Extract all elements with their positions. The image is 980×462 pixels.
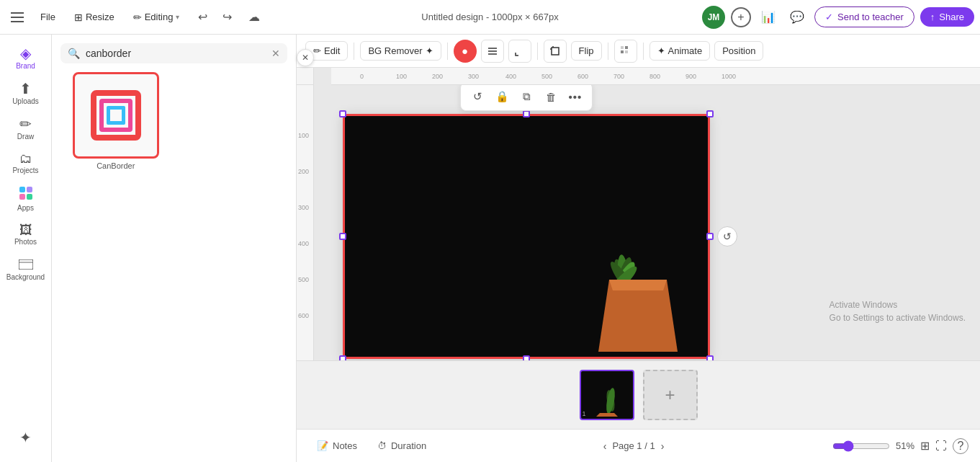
- sidebar-item-uploads[interactable]: ⬆ Uploads: [3, 76, 49, 111]
- svg-rect-1: [27, 187, 32, 192]
- toolbar-separator-2: [447, 43, 448, 60]
- toolbar-separator-4: [608, 43, 608, 60]
- undo-button[interactable]: ↩: [191, 6, 214, 29]
- magic-icon: ✦: [19, 430, 32, 445]
- editing-button[interactable]: ✏ Editing ▾: [126, 9, 187, 26]
- action-rotate-button[interactable]: ↺: [467, 86, 488, 107]
- sidebar: ◈ Brand ⬆ Uploads ✏ Draw 🗂 Projects: [0, 35, 52, 462]
- clear-search-button[interactable]: ✕: [271, 48, 280, 59]
- handle-ml[interactable]: [339, 233, 346, 240]
- flip-button[interactable]: Flip: [571, 41, 602, 61]
- plant-pot-svg: [598, 280, 678, 352]
- thumbnail-page-1[interactable]: 1: [580, 370, 634, 420]
- duration-button[interactable]: ⏱ Duration: [369, 437, 435, 455]
- add-collaborator-button[interactable]: +: [731, 7, 751, 27]
- svg-rect-9: [552, 48, 559, 55]
- analytics-button[interactable]: 📊: [757, 6, 780, 29]
- photos-icon: 🖼: [19, 223, 32, 236]
- plant-leaves-svg: [580, 193, 667, 294]
- sidebar-item-magic[interactable]: ✦: [3, 425, 49, 450]
- ruler-left-600: 600: [298, 312, 309, 319]
- handle-tc[interactable]: [523, 110, 530, 117]
- sidebar-item-brand[interactable]: ◈ Brand: [3, 40, 49, 76]
- projects-icon: 🗂: [19, 152, 32, 165]
- ruler-left: 100 200 300 400 500 600: [297, 85, 314, 360]
- svg-marker-23: [609, 280, 667, 290]
- ruler-mark-200: 200: [432, 73, 443, 80]
- next-page-button[interactable]: ›: [661, 440, 665, 452]
- redo-button[interactable]: ↪: [215, 6, 238, 29]
- handle-mr[interactable]: [706, 233, 714, 240]
- ruler-mark-0: 0: [360, 73, 364, 80]
- canvas-toolbar: ✏ Edit BG Remover ✦ ●: [297, 35, 980, 68]
- sidebar-item-background[interactable]: Background: [3, 252, 49, 287]
- action-lock-button[interactable]: 🔒: [491, 86, 513, 107]
- handle-bc[interactable]: [523, 355, 530, 360]
- animate-button[interactable]: ✦ Animate: [649, 41, 711, 61]
- thumbnail-plant: [585, 373, 629, 417]
- duration-icon: ⏱: [377, 440, 387, 451]
- sidebar-item-photos[interactable]: 🖼 Photos: [3, 218, 49, 252]
- cloud-button[interactable]: ☁: [243, 6, 266, 29]
- rotate-handle[interactable]: ↺: [717, 226, 737, 246]
- handle-tl[interactable]: [339, 110, 346, 117]
- file-menu-button[interactable]: File: [33, 7, 63, 27]
- search-input[interactable]: [86, 48, 266, 59]
- resize-label: Resize: [86, 12, 114, 22]
- action-delete-button[interactable]: 🗑: [540, 86, 562, 107]
- share-icon: ↑: [930, 12, 935, 22]
- share-button[interactable]: ↑ Share: [920, 7, 974, 27]
- notes-button[interactable]: 📝 Notes: [308, 437, 366, 455]
- corners-button[interactable]: [508, 40, 531, 63]
- bg-remover-button[interactable]: BG Remover ✦: [360, 41, 441, 61]
- help-button[interactable]: ?: [953, 438, 968, 454]
- ruler-mark-800: 800: [649, 73, 660, 80]
- action-more-button[interactable]: •••: [565, 86, 586, 107]
- zoom-slider[interactable]: [832, 440, 890, 452]
- handle-bl[interactable]: [339, 355, 346, 360]
- windows-watermark: Activate Windows Go to Settings to activ…: [830, 298, 966, 324]
- file-label: File: [40, 12, 55, 22]
- prev-page-button[interactable]: ‹: [603, 440, 607, 452]
- crop-button[interactable]: [544, 40, 567, 63]
- sidebar-item-projects[interactable]: 🗂 Projects: [3, 146, 49, 180]
- result-item-canborder[interactable]: CanBorder: [60, 72, 171, 170]
- action-duplicate-button[interactable]: ⧉: [516, 86, 537, 107]
- duration-label: Duration: [391, 440, 426, 451]
- share-label: Share: [939, 12, 964, 22]
- record-button[interactable]: ●: [454, 40, 477, 63]
- canvas-viewport[interactable]: 100 200 300 400 500 600: [297, 85, 980, 360]
- handle-br[interactable]: [706, 355, 714, 360]
- toolbar-separator-1: [354, 43, 354, 60]
- add-page-icon: +: [665, 385, 675, 405]
- position-button[interactable]: Position: [714, 41, 763, 61]
- design-canvas[interactable]: ↺ 🔒 ⧉ 🗑 ••• ↺: [343, 114, 710, 359]
- chat-button[interactable]: 💬: [786, 6, 809, 29]
- send-teacher-label: Send to teacher: [837, 12, 904, 22]
- canvas-content: ↺ 🔒 ⧉ 🗑 ••• ↺ Activate Windows Go to Set…: [314, 85, 980, 360]
- resize-button[interactable]: ⊞ Resize: [67, 7, 122, 27]
- search-panel: 🔍 ✕ CanBorder: [52, 35, 297, 462]
- watermark-line2: Go to Settings to activate Windows.: [830, 311, 966, 324]
- svg-rect-13: [625, 46, 628, 49]
- fullscreen-button[interactable]: ⛶: [935, 440, 947, 453]
- svg-rect-3: [27, 194, 32, 200]
- ruler-mark-1000: 1000: [721, 73, 736, 80]
- sidebar-item-draw[interactable]: ✏ Draw: [3, 111, 49, 146]
- ruler-mark-300: 300: [468, 73, 479, 80]
- sidebar-label-background: Background: [6, 273, 45, 281]
- search-bar: 🔍 ✕: [60, 43, 287, 63]
- grid-view-button[interactable]: ⊞: [920, 439, 930, 453]
- handle-tr[interactable]: [706, 110, 714, 117]
- texture-button[interactable]: [614, 40, 637, 63]
- star-icon: ✦: [426, 45, 433, 56]
- ruler-top-container: 0 100 200 300 400 500 600 700 800 900 10…: [297, 68, 980, 85]
- sidebar-item-apps[interactable]: Apps: [3, 180, 49, 218]
- send-to-teacher-button[interactable]: ✓ Send to teacher: [814, 6, 914, 27]
- menu-button[interactable]: [6, 6, 29, 29]
- lines-button[interactable]: [481, 40, 504, 63]
- add-page-button[interactable]: +: [643, 370, 698, 420]
- close-panel-button[interactable]: ✕: [297, 49, 314, 66]
- thumbnail-box: 1: [580, 370, 634, 420]
- edit-icon: ✏: [313, 45, 321, 56]
